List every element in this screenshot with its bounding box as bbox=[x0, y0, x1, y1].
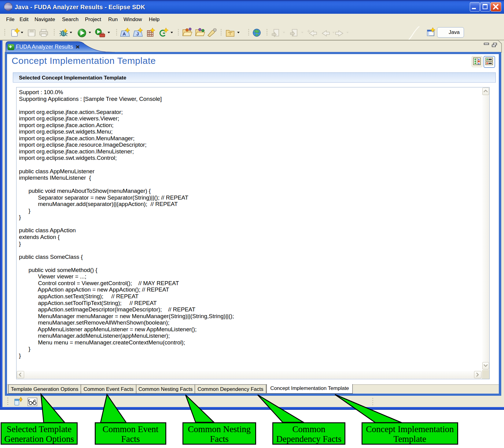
svg-text:A: A bbox=[123, 31, 126, 36]
svg-text:J: J bbox=[136, 31, 139, 36]
